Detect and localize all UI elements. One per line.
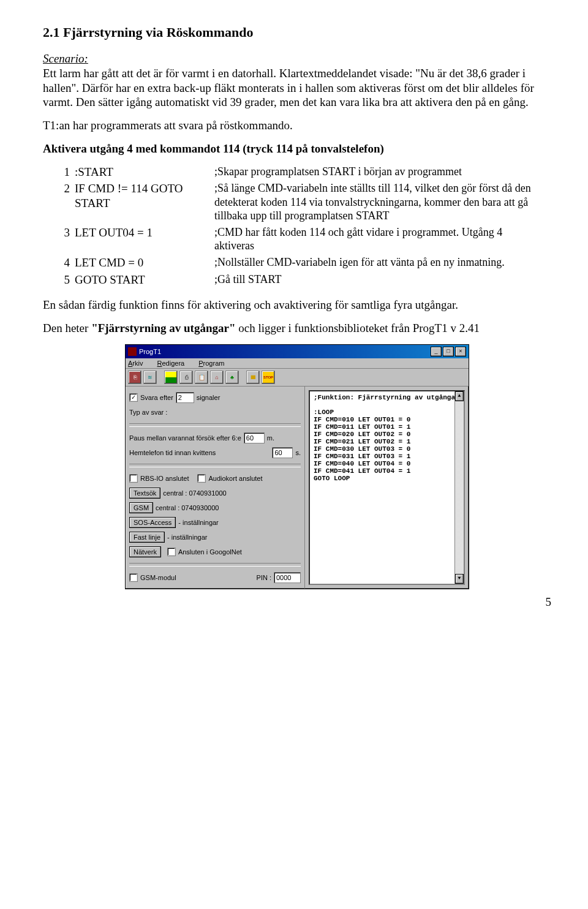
code-row-number: 4 xyxy=(55,255,75,273)
toolbar-btn-8[interactable]: ⯀ xyxy=(246,371,260,384)
typ-label: Typ av svar : xyxy=(129,409,167,416)
minimize-button[interactable]: _ xyxy=(431,347,442,356)
menu-arkiv[interactable]: Arkiv xyxy=(128,360,149,367)
outro-paragraph-2: Den heter "Fjärrstyrning av utgångar" oc… xyxy=(43,321,551,336)
audio-checkbox[interactable] xyxy=(197,474,206,483)
gsmmodul-checkbox[interactable] xyxy=(129,573,138,582)
function-name: "Fjärrstyrning av utgångar" xyxy=(91,322,235,334)
natverk-label: Ansluten i GoogolNet xyxy=(178,548,242,556)
code-row: 2IF CMD != 114 GOTO START;Så länge CMD-v… xyxy=(55,181,538,225)
code-row-comment: ;Så länge CMD-variabeln inte ställts til… xyxy=(214,181,538,225)
menubar: Arkiv Redigera Program xyxy=(126,358,469,369)
sos-label: - inställningar xyxy=(178,519,218,526)
code-row-code: :START xyxy=(75,165,214,182)
paus-input[interactable] xyxy=(244,432,265,443)
hemtel-unit: s. xyxy=(295,449,301,456)
scroll-down-icon[interactable]: ▼ xyxy=(455,574,464,584)
fast-button[interactable]: Fast linje xyxy=(129,532,165,543)
scenario-paragraph: Scenario: Ett larm har gått att det är f… xyxy=(43,51,551,110)
toolbar-btn-5[interactable]: 📋 xyxy=(195,371,208,384)
progt1-window: ProgT1 _ □ × Arkiv Redigera Program ⎘ ≋ … xyxy=(125,344,469,589)
toolbar-btn-1[interactable]: ⎘ xyxy=(128,371,141,384)
code-row-number: 3 xyxy=(55,225,75,255)
scenario-label: Scenario: xyxy=(43,52,88,65)
pin-input[interactable] xyxy=(274,572,301,583)
close-button[interactable]: × xyxy=(455,347,466,356)
toolbar-btn-2[interactable]: ≋ xyxy=(143,371,157,384)
pin-label: PIN : xyxy=(257,574,271,581)
fast-label: - inställningar xyxy=(167,534,207,541)
code-row-number: 5 xyxy=(55,273,75,290)
toolbar-btn-3[interactable] xyxy=(164,371,178,384)
page-number: 5 xyxy=(43,595,551,609)
code-row-number: 1 xyxy=(55,165,75,182)
hemtel-label: Hemtelefon tid innan kvittens xyxy=(129,449,216,456)
gsmmodul-label: GSM-modul xyxy=(140,574,176,581)
sos-button[interactable]: SOS-Access xyxy=(129,517,176,528)
svara-input[interactable] xyxy=(176,392,194,403)
code-row: 3LET OUT04 = 1;CMD har fått koden 114 oc… xyxy=(55,225,538,255)
hemtel-input[interactable] xyxy=(272,447,293,458)
window-title: ProgT1 xyxy=(139,348,161,355)
menu-redigera[interactable]: Redigera xyxy=(157,360,191,367)
toolbar-btn-stop[interactable]: STOP xyxy=(262,371,275,384)
code-row-comment: ;Gå till START xyxy=(214,273,538,290)
code-row: 4LET CMD = 0;Nollställer CMD-variabeln i… xyxy=(55,255,538,273)
t1-paragraph: T1:an har programmerats att svara på rös… xyxy=(43,118,551,133)
toolbar-btn-6[interactable]: ⌂ xyxy=(210,371,224,384)
svara-unit: signaler xyxy=(197,394,221,401)
section-heading: 2.1 Fjärrstyrning via Röskommando xyxy=(43,25,551,40)
textsok-label: central : 0740931000 xyxy=(163,489,226,497)
code-row-code: GOTO START xyxy=(75,273,214,290)
code-row-code: LET CMD = 0 xyxy=(75,255,214,273)
code-row: 1:START;Skapar programplatsen START i bö… xyxy=(55,165,538,182)
gsm-button[interactable]: GSM xyxy=(129,502,153,513)
code-row-code: LET OUT04 = 1 xyxy=(75,225,214,255)
code-editor[interactable]: ;Funktion: Fjärrstyrning av utgångar :LO… xyxy=(309,390,465,585)
scrollbar[interactable]: ▲ ▼ xyxy=(454,391,464,584)
toolbar-btn-7[interactable]: ♣ xyxy=(225,371,239,384)
maximize-button[interactable]: □ xyxy=(443,347,454,356)
code-content: ;Funktion: Fjärrstyrning av utgångar :LO… xyxy=(314,394,459,482)
svara-label: Svara efter xyxy=(140,394,173,401)
code-row-number: 2 xyxy=(55,181,75,225)
code-row-comment: ;CMD har fått koden 114 och gått vidare … xyxy=(214,225,538,255)
code-row: 5GOTO START;Gå till START xyxy=(55,273,538,290)
paus-unit: m. xyxy=(267,434,274,442)
outro-paragraph-1: En sådan färdig funktion finns för aktiv… xyxy=(43,298,551,312)
settings-pane: ✓ Svara efter signaler Typ av svar : Pau… xyxy=(126,387,305,589)
natverk-button[interactable]: Nätverk xyxy=(129,546,161,557)
menu-program[interactable]: Program xyxy=(198,360,230,367)
paus-label: Paus mellan varannat försök efter 6:e xyxy=(129,434,241,442)
scroll-up-icon[interactable]: ▲ xyxy=(455,391,464,401)
gsm-label: central : 0740930000 xyxy=(156,504,219,511)
textsok-button[interactable]: Textsök xyxy=(129,488,160,499)
code-row-code: IF CMD != 114 GOTO START xyxy=(75,181,214,225)
rbs-checkbox[interactable] xyxy=(129,474,138,483)
code-table: 1:START;Skapar programplatsen START i bö… xyxy=(55,165,538,290)
svara-checkbox[interactable]: ✓ xyxy=(129,393,138,402)
googolnet-checkbox[interactable] xyxy=(167,548,176,556)
toolbar-btn-4[interactable]: ⎙ xyxy=(179,371,193,384)
app-icon xyxy=(128,347,137,356)
code-row-comment: ;Skapar programplatsen START i början av… xyxy=(214,165,538,182)
activate-heading: Aktivera utgång 4 med kommandot 114 (try… xyxy=(43,141,551,156)
scenario-text: Ett larm har gått att det är för varmt i… xyxy=(43,67,534,109)
titlebar[interactable]: ProgT1 _ □ × xyxy=(126,345,469,358)
rbs-label: RBS-IO anslutet xyxy=(140,475,189,482)
audio-label: Audiokort anslutet xyxy=(208,475,262,482)
toolbar: ⎘ ≋ ⎙ 📋 ⌂ ♣ ⯀ STOP xyxy=(126,369,469,387)
code-row-comment: ;Nollställer CMD-variabeln igen för att … xyxy=(214,255,538,273)
